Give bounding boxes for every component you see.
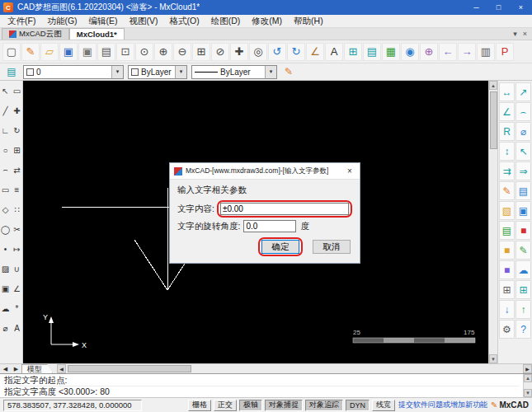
dropdown-icon[interactable]: ▾ [265,66,276,78]
arc-icon[interactable]: ⌢ [0,160,11,180]
dim-style-icon[interactable]: ▤ [516,181,531,200]
copy-icon[interactable]: ⊞ [12,140,22,160]
dim-radius-icon[interactable]: R [499,122,515,141]
grid-table-icon[interactable]: ⊞ [499,280,515,299]
dim-edit-icon[interactable]: ✎ [499,181,515,200]
dim-leader-icon[interactable]: ↖ [516,142,531,161]
dim-baseline-icon[interactable]: ⇉ [499,162,515,180]
extend-icon[interactable]: ↦ [12,239,22,259]
layer-select[interactable]: 0 ▾ [23,65,124,79]
table-icon[interactable]: ⊞ [344,43,362,61]
zoom-out-icon[interactable]: ⊖ [173,43,191,61]
sheet-set-icon[interactable]: ⊞ [516,280,531,299]
toggle-dyn[interactable]: DYN [346,400,370,411]
scroll-down-icon[interactable]: ▼ [524,389,532,397]
toggle-polar[interactable]: 极轴 [239,400,262,411]
explode-icon[interactable]: * [12,298,22,318]
array-icon[interactable]: ∷ [12,199,22,219]
plot-icon[interactable]: ▥ [477,43,495,61]
fillet-icon[interactable]: ∪ [12,259,22,279]
zoom-window-icon[interactable]: ⊞ [192,43,210,61]
toggle-otrack[interactable]: 对象追踪 [305,400,343,411]
pdf-export-icon[interactable]: P [496,43,514,61]
dialog-close-icon[interactable]: × [340,163,360,179]
open-drawing-icon[interactable]: ✎ [21,43,40,61]
polyline-icon[interactable]: ∟ [0,120,11,140]
next-sheet-icon[interactable]: ▶ [11,366,21,372]
scroll-right-icon[interactable]: ▶ [523,364,532,373]
rotate-icon[interactable]: ↻ [12,120,22,140]
save-as-icon[interactable]: ▣ [78,43,97,61]
trim-icon[interactable]: ✂ [12,219,22,239]
pan-icon[interactable]: ✚ [230,43,248,61]
toggle-lineweight[interactable]: 线宽 [372,400,395,411]
full-view-icon[interactable]: ◎ [249,43,267,61]
zoom-in-icon[interactable]: ⊕ [154,43,172,61]
feedback-link[interactable]: 提交软件问题或增加新功能 [398,400,487,410]
mirror-icon[interactable]: ⇄ [12,160,22,180]
undo-icon[interactable]: ↺ [268,43,286,61]
tab-list-icon[interactable]: ▾ [513,30,517,38]
brush-icon[interactable]: ✎ [516,241,531,260]
cloud-upload-icon[interactable]: ☁ [516,260,531,279]
revision-cloud-icon[interactable]: ☁ [0,298,11,318]
hatch-icon[interactable]: ▨ [0,259,11,279]
redo-icon[interactable]: ↻ [287,43,305,61]
print-icon[interactable]: ▤ [97,43,115,61]
menu-help[interactable]: 帮助(H) [288,16,329,27]
layer-manager-icon[interactable]: ▤ [363,43,381,61]
command-prompt-line[interactable]: 指定文字高度 <30.000>: 80 [4,386,519,396]
settings-icon[interactable]: ⚙ [499,320,515,339]
insert-block-icon[interactable]: ⊕ [420,43,438,61]
minimize-button[interactable]: ─ [465,0,487,15]
upload-icon[interactable]: ↑ [516,300,531,319]
ok-button[interactable]: 确定 [261,240,299,254]
draw-order-icon[interactable]: ▧ [499,201,515,220]
dim-linear-icon[interactable]: ↔ [499,82,515,101]
hscroll-thumb[interactable] [68,365,191,372]
move-icon[interactable]: ✚ [12,101,22,120]
circle-icon[interactable]: ○ [0,140,11,160]
block-library-icon[interactable]: ▣ [516,201,531,220]
scroll-up-icon[interactable]: ▲ [489,81,497,90]
rectangle-icon[interactable]: ▭ [0,180,11,199]
close-button[interactable]: × [510,0,532,15]
text-content-input[interactable] [220,203,349,215]
tab-close-icon[interactable]: × [523,30,527,38]
tab-mxcloud1[interactable]: MxCloud1* [69,28,125,40]
toggle-ortho[interactable]: 正交 [214,400,237,411]
menu-edit[interactable]: 编辑(E) [83,16,124,27]
text-tool-icon[interactable]: A [12,318,22,338]
download-icon[interactable]: ↓ [499,300,515,319]
open-folder-icon[interactable]: ▱ [40,43,59,61]
dim-continue-icon[interactable]: ⇒ [516,162,531,180]
tab-mxcad-cloud[interactable]: MxCAD云图 [2,28,69,40]
stamp-icon[interactable]: ■ [499,260,515,279]
layer-walk-icon[interactable]: ▤ [499,221,515,240]
cancel-button[interactable]: 取消 [313,240,351,254]
model-tab[interactable]: 模型 [21,364,53,373]
dropdown-icon[interactable]: ▾ [175,66,186,78]
view-back-icon[interactable]: ← [439,43,457,61]
line-icon[interactable]: ╱ [0,101,11,120]
layer-palette-icon[interactable]: ▤ [4,64,19,79]
offset-icon[interactable]: ≡ [12,180,22,199]
point-icon[interactable]: • [0,239,11,259]
color-swatch-icon[interactable]: ■ [516,221,531,240]
distance-icon[interactable]: ⌀ [0,318,11,338]
menu-draw[interactable]: 绘图(D) [205,16,247,27]
zoom-extents-icon[interactable]: ⊙ [135,43,153,61]
scroll-down-icon[interactable]: ▼ [489,354,497,363]
dim-aligned-icon[interactable]: ↗ [516,82,531,101]
save-icon[interactable]: ▣ [59,43,78,61]
polygon-icon[interactable]: ◇ [0,199,11,219]
toggle-grid[interactable]: 栅格 [188,400,211,411]
prev-sheet-icon[interactable]: ◀ [0,366,11,372]
edit-pencil-icon[interactable]: ✎ [281,64,296,79]
vscroll-thumb[interactable] [490,91,497,149]
menu-format[interactable]: 格式(O) [164,16,205,27]
linetype-select[interactable]: ByLayer ▾ [191,65,277,79]
hyperlink-icon[interactable]: ◉ [401,43,419,61]
scroll-up-icon[interactable]: ▲ [524,374,532,382]
menu-file[interactable]: 文件(F) [2,16,41,27]
